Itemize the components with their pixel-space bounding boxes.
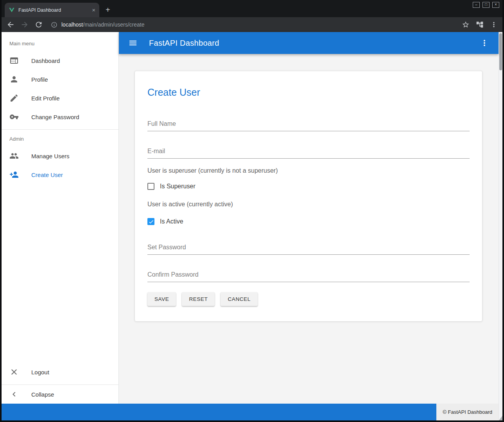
footer: © FastAPI Dashboard <box>2 404 499 420</box>
sidebar-item-change-password[interactable]: Change Password <box>2 107 118 126</box>
active-hint: User is active (currently active) <box>147 201 470 208</box>
check-icon <box>148 219 154 225</box>
key-icon <box>9 112 19 122</box>
page-title: Create User <box>147 71 470 98</box>
sidebar-item-profile[interactable]: Profile <box>2 70 118 89</box>
full-name-field[interactable] <box>147 120 470 131</box>
reload-icon[interactable] <box>34 20 43 29</box>
browser-tab[interactable]: FastAPI Dashboard × <box>5 3 99 17</box>
page-scrollbar[interactable] <box>499 32 502 420</box>
url-text: localhost/main/admin/users/create <box>61 21 144 28</box>
footer-copyright: © FastAPI Dashboard <box>436 404 499 420</box>
chevron-left-icon <box>9 390 19 399</box>
sidebar-item-label: Collapse <box>31 391 54 398</box>
forward-icon[interactable] <box>20 20 29 29</box>
sidebar-section-admin: Admin <box>2 130 118 147</box>
pencil-icon <box>9 93 19 103</box>
resize-grip-icon <box>499 416 502 420</box>
person-add-icon <box>9 170 19 179</box>
confirm-password-field[interactable] <box>147 271 470 282</box>
browser-extensions-icon[interactable] <box>476 21 484 29</box>
sidebar-item-label: Manage Users <box>31 153 70 159</box>
dashboard-icon <box>9 56 19 65</box>
create-user-card: Create User User is superuser (currently… <box>135 71 482 322</box>
sidebar-item-label: Change Password <box>31 114 79 120</box>
sidebar-item-dashboard[interactable]: Dashboard <box>2 51 118 70</box>
cancel-button[interactable]: CANCEL <box>221 292 257 306</box>
browser-tab-strip: FastAPI Dashboard × + – □ × <box>2 0 502 17</box>
sidebar-item-logout[interactable]: Logout <box>2 363 118 381</box>
new-tab-button[interactable]: + <box>106 6 110 14</box>
is-superuser-label: Is Superuser <box>160 183 196 190</box>
sidebar-item-collapse[interactable]: Collapse <box>2 385 118 404</box>
page: Main menu Dashboard Profile <box>2 32 502 420</box>
address-bar[interactable]: localhost/main/admin/users/create <box>51 21 456 28</box>
appbar-title: FastAPI Dashboard <box>149 39 219 48</box>
browser-menu-icon[interactable] <box>490 21 498 29</box>
app-bar: FastAPI Dashboard <box>119 32 499 54</box>
overflow-menu-icon[interactable] <box>480 38 489 48</box>
window-minimize-button[interactable]: – <box>473 2 480 8</box>
is-active-checkbox[interactable] <box>147 218 154 225</box>
sidebar-item-manage-users[interactable]: Manage Users <box>2 147 118 165</box>
tab-close-icon[interactable]: × <box>92 7 95 13</box>
is-active-row: Is Active <box>147 218 470 225</box>
reset-button[interactable]: RESET <box>182 292 215 306</box>
vue-logo-favicon-icon <box>9 7 15 13</box>
hamburger-menu-icon[interactable] <box>128 38 138 48</box>
sidebar-item-label: Create User <box>31 172 63 178</box>
set-password-field[interactable] <box>147 244 470 255</box>
is-superuser-checkbox[interactable] <box>147 183 154 190</box>
sidebar-section-main-menu: Main menu <box>2 37 118 51</box>
tab-title: FastAPI Dashboard <box>18 7 88 13</box>
sidebar-spacer <box>2 184 118 363</box>
superuser-hint: User is superuser (currently is not a su… <box>147 167 470 174</box>
browser-window: FastAPI Dashboard × + – □ × localhost/ma… <box>0 0 504 422</box>
email-field[interactable] <box>147 148 470 159</box>
sidebar-item-create-user[interactable]: Create User <box>2 165 118 184</box>
browser-toolbar: localhost/main/admin/users/create <box>2 17 502 32</box>
sidebar-item-label: Logout <box>31 369 49 376</box>
page-row: Main menu Dashboard Profile <box>2 32 499 404</box>
window-maximize-button[interactable]: □ <box>482 2 490 8</box>
window-close-button[interactable]: × <box>492 2 499 8</box>
url-host: localhost <box>61 21 83 28</box>
back-icon[interactable] <box>6 20 15 29</box>
bookmark-star-icon[interactable] <box>462 21 470 29</box>
is-active-label: Is Active <box>160 218 183 225</box>
site-info-icon[interactable] <box>51 21 57 28</box>
close-icon <box>9 367 19 377</box>
form-buttons: SAVE RESET CANCEL <box>147 292 470 306</box>
page-body: Main menu Dashboard Profile <box>2 32 499 420</box>
people-icon <box>9 151 19 161</box>
sidebar: Main menu Dashboard Profile <box>2 32 119 404</box>
main: FastAPI Dashboard Create User User is su… <box>119 32 499 404</box>
sidebar-item-label: Dashboard <box>31 57 60 64</box>
window-controls: – □ × <box>473 2 499 8</box>
sidebar-item-label: Edit Profile <box>31 95 60 102</box>
content-area: Create User User is superuser (currently… <box>119 54 499 404</box>
sidebar-item-edit-profile[interactable]: Edit Profile <box>2 89 118 107</box>
save-button[interactable]: SAVE <box>147 292 176 306</box>
url-path: /main/admin/users/create <box>83 21 144 28</box>
person-icon <box>9 75 19 84</box>
sidebar-item-label: Profile <box>31 76 48 83</box>
is-superuser-row: Is Superuser <box>147 183 470 190</box>
scrollbar-thumb[interactable] <box>499 33 502 70</box>
